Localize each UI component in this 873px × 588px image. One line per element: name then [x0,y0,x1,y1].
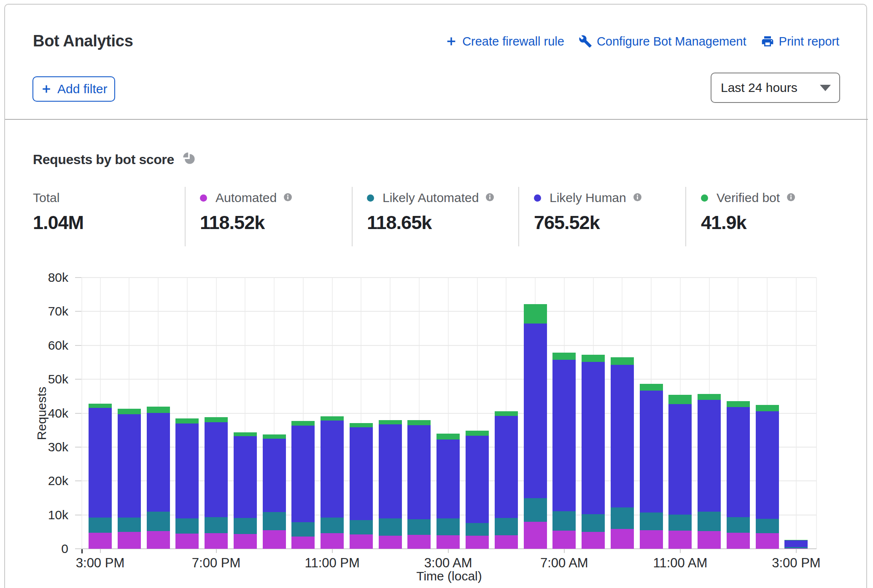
x-tick [680,549,681,553]
header-divider [5,119,868,120]
info-icon[interactable] [787,193,795,203]
bar-segment-likely-automated [495,518,518,535]
bar-segment-verified-bot [611,357,634,365]
stat-divider [518,187,519,246]
bar-segment-automated [175,534,199,549]
create-firewall-rule-label: Create firewall rule [462,35,564,49]
bar-segment-likely-human [582,362,605,514]
bar-segment-likely-human [436,440,460,518]
bar-segment-verified-bot [263,434,286,439]
stat-likely-human: Likely Human 765.52k [534,190,641,234]
bar-segment-likely-automated [263,512,286,530]
bar-segment-likely-automated [611,507,634,529]
plus-icon [40,83,52,95]
bar-segment-automated [89,533,112,549]
bar-segment-likely-automated [407,519,431,535]
y-tick [75,345,81,346]
bar-segment-likely-automated [291,522,315,537]
bar-segment-likely-human [175,423,199,518]
bar-segment-likely-automated [784,547,808,548]
chevron-down-icon [820,85,831,91]
bar-segment-likely-human [756,411,779,519]
bar-segment-likely-automated [582,514,605,532]
stat-likely-human-label: Likely Human [550,191,626,205]
bar-segment-likely-human [611,365,634,507]
time-range-value: Last 24 hours [711,81,798,95]
bar-segment-likely-automated [668,515,692,531]
x-tick [448,549,449,553]
x-tick-label: 11:00 PM [304,556,359,570]
bar-segment-likely-human [495,416,518,518]
stat-likely-automated-value: 118.65k [367,212,494,234]
bar-segment-likely-human [234,436,257,518]
info-icon[interactable] [633,193,641,203]
bar-segment-automated [727,533,750,549]
printer-icon [761,35,774,48]
pie-chart-icon [183,152,195,166]
bar-segment-verified-bot [495,411,518,416]
bar-segment-likely-human [263,439,286,512]
bar-segment-automated [147,531,170,549]
bar-segment-automated [668,531,692,549]
bar-segment-likely-human [466,436,489,523]
bar-segment-likely-human [668,404,692,515]
bar-segment-verified-bot [379,420,402,424]
configure-bot-management-link[interactable]: Configure Bot Management [579,35,746,49]
bar-segment-verified-bot [407,420,431,425]
y-tick-label: 50k [22,372,68,386]
plus-icon [445,35,458,48]
bar-segment-likely-automated [727,517,750,533]
bar-segment-likely-human [727,407,750,517]
stat-verified-bot: Verified bot 41.9k [701,190,795,234]
bar-segment-automated [552,531,576,549]
bar-segment-likely-automated [698,512,721,531]
y-tick-label: 60k [22,339,68,352]
stat-automated-label: Automated [216,191,277,205]
y-tick-label: 30k [22,440,68,454]
bar-segment-verified-bot [524,304,547,324]
stat-divider [685,187,686,246]
bar-segment-likely-human [291,426,315,522]
bar-segment-likely-automated [350,520,373,534]
bar-segment-verified-bot [552,353,576,360]
bar-segment-likely-human [640,391,663,512]
bar-segment-automated [784,548,808,549]
bar-segment-likely-human [147,413,170,512]
bar-segment-verified-bot [175,418,199,423]
wrench-icon [579,35,592,48]
bar-segment-likely-human [350,427,373,520]
add-filter-button[interactable]: Add filter [32,76,115,102]
bar-segment-automated [524,522,547,549]
time-range-select[interactable]: Last 24 hours [711,73,840,103]
y-tick [75,515,81,515]
bar-segment-likely-automated [321,518,344,533]
stat-total-label: Total [33,191,59,205]
y-tick [75,548,81,549]
x-tick-label: 3:00 PM [76,556,124,570]
bar-segment-automated [321,533,344,549]
bar-segment-automated [407,535,431,549]
bar-segment-verified-bot [784,540,808,540]
create-firewall-rule-link[interactable]: Create firewall rule [445,35,564,49]
bar-segment-likely-automated [89,518,112,533]
info-icon[interactable] [284,193,292,203]
bar-segment-verified-bot [118,409,141,414]
bar-segment-likely-automated [175,518,199,534]
print-report-link[interactable]: Print report [761,35,839,49]
configure-bot-management-label: Configure Bot Management [597,35,746,49]
bar-segment-verified-bot [234,432,257,436]
bar-segment-verified-bot [205,417,228,422]
bar-segment-automated [466,536,489,549]
bar-segment-automated [263,530,286,549]
y-tick [75,277,81,278]
x-tick [100,549,101,553]
x-tick [796,549,797,553]
bar-segment-likely-automated [147,512,170,531]
bar-segment-automated [495,535,518,549]
bar-segment-automated [379,536,402,549]
x-tick-label: 3:00 AM [424,556,472,570]
h-gridline [75,277,816,278]
info-icon[interactable] [486,193,494,203]
bar-segment-likely-human [205,422,228,517]
bar-segment-likely-human [784,540,808,547]
